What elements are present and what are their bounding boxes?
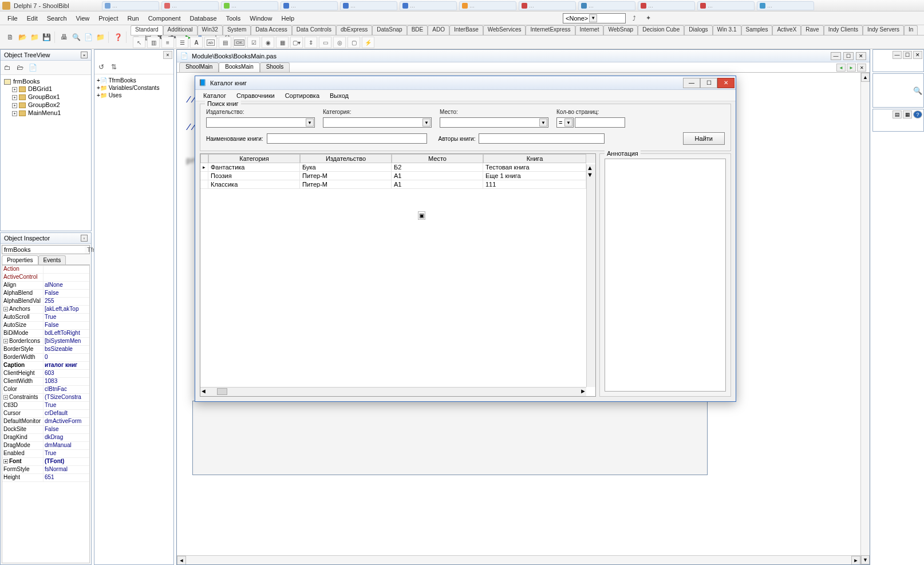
menu-window[interactable]: Window — [246, 13, 276, 23]
radiobutton-icon[interactable]: ◉ — [262, 37, 274, 48]
table-cell[interactable]: 111 — [483, 180, 586, 188]
property-row[interactable]: AutoSizeFalse — [2, 322, 89, 330]
property-row[interactable]: DefaultMonitordmActiveForm — [2, 418, 89, 426]
expand-icon[interactable]: + — [12, 95, 17, 100]
listbox-icon[interactable]: ▦ — [276, 37, 289, 48]
palette-tab-win32[interactable]: Win32 — [198, 25, 223, 35]
property-row[interactable]: BorderStylebsSizeable — [2, 346, 89, 354]
inspector-instance-input[interactable] — [2, 246, 85, 254]
close-button[interactable]: ✕ — [856, 52, 866, 60]
property-row[interactable]: +Font(TFont) — [2, 458, 89, 466]
db-navigator[interactable]: ▣ — [418, 211, 425, 220]
dock-view2-icon[interactable]: ▦ — [903, 110, 912, 118]
panel-icon[interactable]: ▢ — [348, 37, 360, 48]
radiogroup-icon[interactable]: ◎ — [333, 37, 346, 48]
edit-icon[interactable]: ab — [204, 37, 217, 48]
scrollbar-icon[interactable]: ⇕ — [305, 37, 317, 48]
dock-minimize-icon[interactable]: — — [893, 51, 902, 59]
checkbox-icon[interactable]: ☑ — [247, 37, 260, 48]
menu-database[interactable]: Database — [186, 13, 221, 23]
table-cell[interactable]: Тестовая книга — [483, 163, 586, 171]
property-row[interactable]: AlignalNone — [2, 282, 89, 290]
maximize-button[interactable]: ☐ — [843, 52, 854, 60]
pages-op-combo[interactable]: =▼ — [556, 117, 574, 128]
palette-tab-indyclients[interactable]: Indy Clients — [824, 25, 863, 35]
button-icon[interactable]: OK — [233, 37, 246, 48]
explorer-btn-2[interactable]: ⇅ — [108, 61, 120, 73]
property-row[interactable]: ClientHeight603 — [2, 370, 89, 378]
menu-edit[interactable]: Edit — [23, 13, 42, 23]
inspector-instance-combo[interactable]: TfrmBooks ▼ — [2, 245, 90, 254]
annotation-textarea[interactable] — [605, 159, 726, 392]
palette-tab-activex[interactable]: ActiveX — [772, 25, 801, 35]
find-button[interactable]: Найти — [683, 132, 725, 145]
expand-icon[interactable]: + — [97, 77, 100, 84]
table-cell[interactable]: А1 — [392, 172, 483, 180]
save-button[interactable]: 💾 — [41, 31, 52, 43]
expand-icon[interactable]: + — [12, 103, 17, 108]
app-menu-exit[interactable]: Выход — [325, 91, 353, 100]
menu-component[interactable]: Component — [144, 13, 185, 23]
explorer-node[interactable]: Variables/Constants — [109, 85, 160, 91]
tab-booksmain[interactable]: BooksMain — [219, 62, 259, 72]
table-cell[interactable]: А1 — [392, 180, 483, 188]
palette-tab-rave[interactable]: Rave — [801, 25, 823, 35]
property-row[interactable]: AutoScrollTrue — [2, 314, 89, 322]
palette-tab-interbase[interactable]: InterBase — [449, 25, 483, 35]
grid-hscrollbar[interactable]: ◄► — [200, 387, 586, 396]
books-grid[interactable]: Категория Издательство Место Книга ▸Фант… — [200, 153, 596, 397]
place-combo[interactable]: ▼ — [440, 117, 548, 128]
tree-node[interactable]: DBGrid1 — [28, 85, 52, 92]
folder-button[interactable]: 📁 — [94, 31, 106, 43]
palette-tab-standard[interactable]: Standard — [131, 25, 163, 35]
menu-run[interactable]: Run — [123, 13, 143, 23]
nav-back-icon[interactable]: ◄ — [836, 64, 846, 72]
groupbox-icon[interactable]: ▭ — [319, 37, 331, 48]
actionlist-icon[interactable]: ⚡ — [362, 37, 374, 48]
table-cell[interactable]: Питер-М — [300, 180, 392, 188]
col-publisher[interactable]: Издательство — [300, 154, 392, 163]
tree-node[interactable]: GroupBox2 — [28, 101, 60, 108]
authors-input[interactable] — [479, 133, 605, 144]
tab-properties[interactable]: Properties — [2, 255, 38, 264]
app-menu-sort[interactable]: Сортировка — [281, 91, 324, 100]
table-cell[interactable]: Бука — [300, 163, 392, 171]
menu-project[interactable]: Project — [94, 13, 122, 23]
combobox-icon[interactable]: ▢▾ — [290, 37, 303, 48]
expand-icon[interactable]: + — [97, 92, 100, 98]
table-cell[interactable]: Классика — [208, 180, 300, 188]
table-row[interactable]: КлассикаПитер-МА1111 — [200, 180, 595, 189]
palette-tab-internetexpress[interactable]: InternetExpress — [526, 25, 575, 35]
dock-maximize-icon[interactable]: ☐ — [903, 51, 912, 59]
app-menu-refs[interactable]: Справочники — [232, 91, 279, 100]
property-row[interactable]: Captionиталог книг — [2, 362, 89, 370]
property-row[interactable]: Ctl3DTrue — [2, 402, 89, 410]
palette-tab-websnap[interactable]: WebSnap — [603, 25, 638, 35]
treeview-btn-2[interactable]: 🗁 — [14, 62, 26, 73]
table-cell[interactable]: Поэзия — [208, 172, 300, 180]
menu-tools[interactable]: Tools — [222, 13, 245, 23]
palette-tab-bde[interactable]: BDE — [407, 25, 428, 35]
form-designer-window[interactable] — [192, 401, 708, 475]
menu-view[interactable]: View — [72, 13, 94, 23]
palette-tab-ado[interactable]: ADO — [428, 25, 449, 35]
panel-close-icon[interactable]: × — [163, 51, 172, 59]
pages-input[interactable] — [575, 117, 625, 128]
property-row[interactable]: +Anchors[akLeft,akTop — [2, 306, 89, 314]
search-icon[interactable]: 🔍 — [913, 86, 922, 95]
palette-tab-samples[interactable]: Samples — [741, 25, 773, 35]
open-button[interactable]: 📂 — [17, 31, 28, 43]
expand-icon[interactable]: + — [12, 87, 17, 92]
menu-file[interactable]: File — [3, 13, 22, 23]
property-row[interactable]: FormStylefsNormal — [2, 466, 89, 474]
grid-vscrollbar[interactable]: ▲▼ — [586, 164, 595, 387]
property-row[interactable]: BiDiModebdLeftToRight — [2, 330, 89, 338]
col-book[interactable]: Книга — [483, 154, 586, 163]
property-row[interactable]: ActiveControl — [2, 274, 89, 282]
palette-tab-dbexpress[interactable]: dbExpress — [336, 25, 372, 35]
tab-shoolmain[interactable]: ShoolMain — [179, 62, 219, 72]
property-row[interactable]: Action — [2, 266, 89, 274]
cursor-icon[interactable]: ↖ — [133, 37, 145, 48]
palette-tab-indyservers[interactable]: Indy Servers — [863, 25, 904, 35]
explorer-node[interactable]: Uses — [109, 92, 122, 98]
